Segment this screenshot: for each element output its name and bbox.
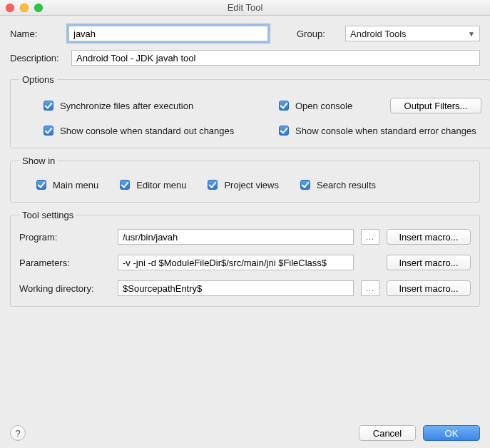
group-combo-value: Android Tools bbox=[350, 29, 466, 39]
program-browse-button[interactable]: ... bbox=[361, 229, 379, 245]
close-icon[interactable] bbox=[6, 4, 14, 12]
options-legend: Options bbox=[19, 74, 57, 85]
main-menu-checkbox[interactable]: Main menu bbox=[34, 178, 98, 192]
ellipsis-icon: ... bbox=[366, 233, 374, 241]
showin-legend: Show in bbox=[19, 156, 58, 166]
workdir-input[interactable] bbox=[118, 280, 354, 296]
sync-checkbox[interactable]: Synchronize files after execution bbox=[41, 98, 193, 113]
description-label: Description: bbox=[10, 53, 64, 63]
workdir-browse-button[interactable]: ... bbox=[361, 280, 379, 296]
ellipsis-icon: ... bbox=[366, 285, 374, 292]
editor-menu-checkbox-input[interactable] bbox=[120, 180, 130, 190]
stdout-checkbox-label: Show console when standard out changes bbox=[60, 126, 234, 136]
parameters-insert-macro-button[interactable]: Insert macro... bbox=[387, 255, 471, 270]
showin-group: Show in Main menu Editor menu Project vi… bbox=[10, 156, 480, 203]
search-results-checkbox-input[interactable] bbox=[300, 180, 310, 190]
project-views-checkbox-label: Project views bbox=[224, 180, 279, 190]
sync-checkbox-label: Synchronize files after execution bbox=[60, 101, 193, 111]
program-insert-macro-button[interactable]: Insert macro... bbox=[387, 229, 471, 245]
chevron-down-icon: ▼ bbox=[466, 30, 476, 38]
search-results-checkbox[interactable]: Search results bbox=[297, 178, 376, 192]
tool-settings-group: Tool settings Program: ... Insert macro.… bbox=[10, 210, 480, 307]
window-title: Edit Tool bbox=[0, 2, 490, 13]
editor-menu-checkbox-label: Editor menu bbox=[136, 180, 186, 190]
name-label: Name: bbox=[10, 29, 61, 39]
parameters-input[interactable] bbox=[118, 255, 354, 270]
window-controls bbox=[0, 4, 43, 12]
open-console-checkbox[interactable]: Open console bbox=[276, 98, 352, 113]
ok-button[interactable]: OK bbox=[423, 425, 480, 441]
stdout-checkbox-input[interactable] bbox=[44, 126, 53, 136]
tool-settings-legend: Tool settings bbox=[19, 210, 76, 220]
zoom-icon[interactable] bbox=[34, 4, 43, 12]
program-input[interactable] bbox=[118, 229, 354, 245]
titlebar: Edit Tool bbox=[0, 0, 490, 16]
program-label: Program: bbox=[19, 232, 111, 243]
stdout-checkbox[interactable]: Show console when standard out changes bbox=[41, 123, 234, 138]
project-views-checkbox-input[interactable] bbox=[208, 180, 218, 190]
main-menu-checkbox-input[interactable] bbox=[36, 180, 46, 190]
group-combo[interactable]: Android Tools ▼ bbox=[345, 26, 480, 41]
workdir-insert-macro-button[interactable]: Insert macro... bbox=[387, 280, 471, 296]
help-icon: ? bbox=[15, 428, 20, 439]
stderr-checkbox-input[interactable] bbox=[279, 126, 289, 136]
parameters-label: Parameters: bbox=[19, 258, 111, 268]
search-results-checkbox-label: Search results bbox=[317, 180, 376, 190]
stderr-checkbox-label: Show console when standard error changes bbox=[295, 126, 476, 136]
name-input[interactable] bbox=[68, 26, 268, 41]
open-console-checkbox-label: Open console bbox=[295, 101, 352, 111]
sync-checkbox-input[interactable] bbox=[44, 101, 53, 111]
help-button[interactable]: ? bbox=[10, 425, 26, 441]
group-label: Group: bbox=[297, 29, 338, 39]
description-input[interactable] bbox=[71, 50, 480, 66]
project-views-checkbox[interactable]: Project views bbox=[205, 178, 279, 192]
cancel-button[interactable]: Cancel bbox=[359, 425, 416, 441]
main-menu-checkbox-label: Main menu bbox=[53, 180, 98, 190]
workdir-label: Working directory: bbox=[19, 283, 111, 294]
editor-menu-checkbox[interactable]: Editor menu bbox=[117, 178, 186, 192]
output-filters-button[interactable]: Output Filters... bbox=[390, 98, 481, 113]
open-console-checkbox-input[interactable] bbox=[279, 101, 289, 111]
options-group: Options Synchronize files after executio… bbox=[10, 74, 490, 148]
stderr-checkbox[interactable]: Show console when standard error changes bbox=[276, 123, 476, 138]
minimize-icon[interactable] bbox=[20, 4, 29, 12]
